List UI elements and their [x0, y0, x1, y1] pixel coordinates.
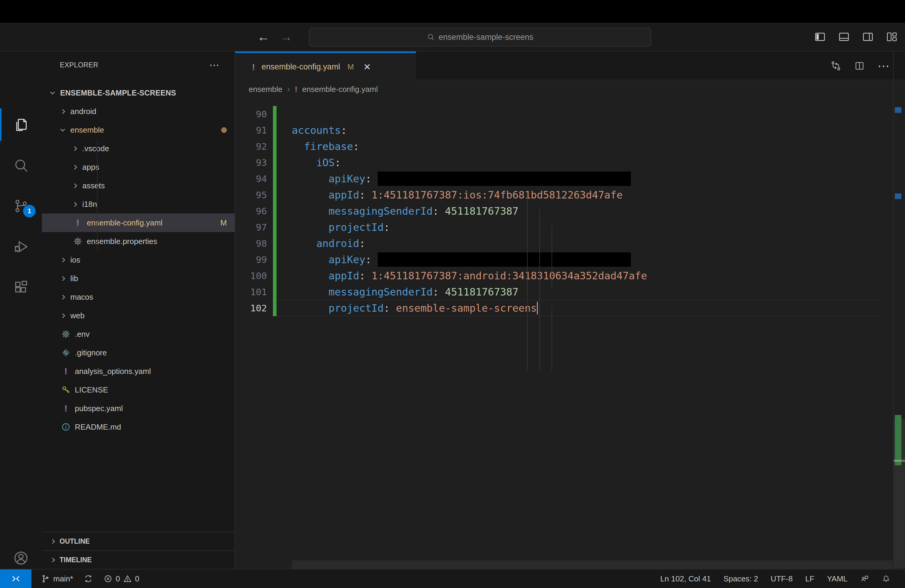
tree-file-ensemble-config.yaml[interactable]: !ensemble-config.yamlM [42, 213, 235, 232]
tree-file-pubspec.yaml[interactable]: !pubspec.yaml [42, 399, 235, 418]
breadcrumb-file[interactable]: ensemble-config.yaml [302, 85, 378, 94]
notifications-bell[interactable] [878, 569, 895, 588]
editor-more-actions-button[interactable]: ⋯ [878, 59, 889, 73]
text-cursor [537, 302, 538, 315]
line-number: 99 [235, 251, 267, 268]
tree-file-analysis_options.yaml[interactable]: !analysis_options.yaml [42, 362, 235, 380]
indentation[interactable]: Spaces: 2 [719, 569, 762, 588]
code-line-95[interactable]: 95 appId: 1:451181767387:ios:74fb681bd58… [235, 187, 893, 203]
tree-folder-ensemble[interactable]: ensemble [42, 121, 235, 139]
overview-ruler-mark [895, 107, 902, 113]
tab-ensemble-config[interactable]: ! ensemble-config.yaml M ✕ [235, 51, 416, 81]
tree-file-ensemble.properties[interactable]: ensemble.properties [42, 232, 235, 251]
tree-file-README.md[interactable]: README.md [42, 418, 235, 436]
tree-file-.env[interactable]: .env [42, 325, 235, 343]
customize-layout-icon[interactable] [885, 30, 899, 43]
language-mode[interactable]: YAML [823, 569, 852, 588]
open-changes-icon[interactable] [830, 60, 841, 72]
tree-file-LICENSE[interactable]: LICENSE [42, 380, 235, 399]
split-editor-icon[interactable] [854, 60, 865, 71]
activity-source-control-icon[interactable]: 1 [0, 186, 42, 226]
yaml-icon: ! [295, 85, 297, 94]
tree-item-label: ensemble [70, 126, 104, 135]
encoding[interactable]: UTF-8 [767, 569, 797, 588]
tab-modified-badge: M [348, 62, 354, 72]
code-line-102[interactable]: 102 projectId: ensemble-sample-screens [235, 300, 893, 316]
code-text: iOS: [292, 154, 341, 171]
tree-folder-macos[interactable]: macos [42, 288, 235, 306]
gutter-added-indicator [273, 122, 276, 138]
tree-item-label: web [70, 311, 85, 320]
code-line-94[interactable]: 94 apiKey: [235, 171, 893, 187]
vertical-scrollbar[interactable] [893, 51, 905, 569]
activity-run-debug-icon[interactable] [0, 226, 42, 267]
tab-close-button[interactable]: ✕ [363, 62, 371, 72]
forward-button[interactable]: → [278, 23, 294, 51]
problems-indicator[interactable]: 00 [99, 569, 143, 588]
line-number: 97 [235, 219, 267, 235]
gear-icon [61, 329, 71, 339]
tree-folder-web[interactable]: web [42, 306, 235, 325]
git-icon [61, 348, 71, 358]
file-tree: ENSEMBLE-SAMPLE-SCREENSandroidensemble.v… [42, 84, 235, 436]
feedback-button[interactable] [856, 569, 873, 588]
section-timeline[interactable]: TIMELINE [42, 550, 235, 569]
gutter-added-indicator [273, 154, 276, 171]
tree-file-.gitignore[interactable]: .gitignore [42, 343, 235, 362]
status-label: YAML [827, 574, 848, 583]
remote-indicator[interactable] [0, 569, 32, 588]
tree-item-label: README.md [75, 423, 121, 432]
tree-folder-assets[interactable]: assets [42, 176, 235, 195]
tree-item-label: .vscode [82, 144, 109, 153]
menubar-strip [0, 0, 905, 23]
tree-item-label: assets [82, 181, 105, 191]
chevron-right-icon [60, 257, 65, 262]
back-button[interactable]: ← [255, 23, 272, 51]
chevron-down-icon [60, 127, 65, 132]
tree-folder-lib[interactable]: lib [42, 269, 235, 288]
cursor-position[interactable]: Ln 102, Col 41 [656, 569, 715, 588]
section-outline[interactable]: OUTLINE [42, 532, 235, 550]
gutter-added-indicator [273, 284, 276, 300]
code-line-98[interactable]: 98 android: [235, 235, 893, 251]
activity-explorer-icon[interactable] [0, 104, 42, 145]
horizontal-scrollbar[interactable] [292, 561, 892, 569]
tree-item-label: android [70, 107, 96, 116]
tree-root-folder[interactable]: ENSEMBLE-SAMPLE-SCREENS [42, 84, 235, 102]
toggle-secondary-sidebar-icon[interactable] [861, 30, 875, 43]
code-line-91[interactable]: 91accounts: [235, 122, 893, 138]
tree-folder-android[interactable]: android [42, 102, 235, 121]
toggle-primary-sidebar-icon[interactable] [813, 30, 827, 43]
breadcrumb-folder[interactable]: ensemble [249, 85, 283, 94]
titlebar: ← → ensemble-sample-screens [0, 23, 905, 51]
vscode-window: ← → ensemble-sample-screens 1 EXPLORER ⋯… [0, 0, 905, 588]
tree-folder-apps[interactable]: apps [42, 158, 235, 176]
code-line-101[interactable]: 101 messagingSenderId: 451181767387 [235, 284, 893, 300]
code-editor[interactable]: 9091accounts:92 firebase:93 iOS:94 apiKe… [235, 106, 893, 316]
code-line-100[interactable]: 100 appId: 1:451181767387:android:341831… [235, 268, 893, 284]
code-line-92[interactable]: 92 firebase: [235, 138, 893, 154]
explorer-more-actions-button[interactable]: ⋯ [209, 51, 220, 78]
status-label: 0 [116, 574, 120, 583]
code-line-90[interactable]: 90 [235, 106, 893, 122]
branch-indicator[interactable]: main* [37, 569, 77, 588]
line-number: 102 [235, 300, 267, 316]
tree-folder-i18n[interactable]: i18n [42, 195, 235, 213]
toggle-panel-icon[interactable] [837, 30, 851, 43]
activity-search-icon[interactable] [0, 145, 42, 186]
line-number: 95 [235, 187, 267, 203]
gutter-added-indicator [273, 251, 276, 268]
command-center[interactable]: ensemble-sample-screens [309, 27, 651, 47]
eol[interactable]: LF [801, 569, 819, 588]
tree-folder-.vscode[interactable]: .vscode [42, 139, 235, 158]
code-line-96[interactable]: 96 messagingSenderId: 451181767387 [235, 203, 893, 219]
status-bar: main*00 Ln 102, Col 41Spaces: 2UTF-8LFYA… [0, 569, 905, 588]
code-line-93[interactable]: 93 iOS: [235, 154, 893, 171]
code-line-99[interactable]: 99 apiKey: [235, 251, 893, 268]
code-line-97[interactable]: 97 projectId: [235, 219, 893, 235]
tree-folder-ios[interactable]: ios [42, 251, 235, 269]
sync-button[interactable] [79, 569, 97, 588]
activity-extensions-icon[interactable] [0, 267, 42, 308]
gutter-added-indicator [273, 300, 276, 316]
chevron-right-icon [72, 183, 77, 188]
